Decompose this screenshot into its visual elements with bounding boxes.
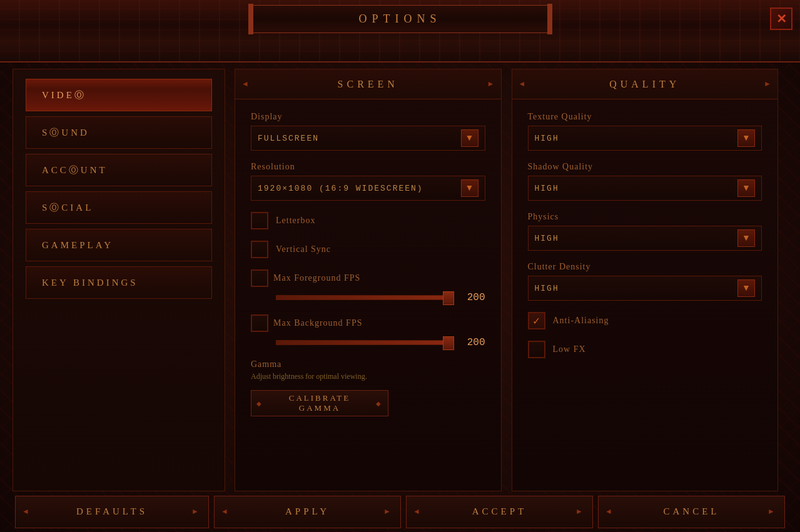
quality-panel-header: QUALITY [512, 69, 778, 99]
sidebar-item-account[interactable]: ACCⓄUNT [26, 154, 212, 186]
quality-panel-body: Texture Quality High ▼ Shadow Quality Hi… [512, 99, 778, 491]
texture-quality-arrow: ▼ [737, 129, 755, 147]
panel-area: SCREEN Display Fullscreen ▼ Resolution 1… [225, 69, 787, 491]
display-group: Display Fullscreen ▼ [251, 112, 485, 151]
max-bg-fps-slider-handle[interactable] [443, 336, 454, 350]
sidebar-item-social[interactable]: SⓄCIAL [26, 191, 212, 224]
max-bg-fps-label: Max Background FPS [273, 318, 362, 328]
low-fx-checkbox[interactable]: ✓ [528, 341, 545, 358]
low-fx-label: Low FX [553, 344, 586, 354]
physics-group: Physics High ▼ [528, 212, 762, 251]
max-bg-fps-value: 200 [460, 337, 485, 348]
anti-aliasing-group[interactable]: ✓ Anti-Aliasing [528, 312, 762, 329]
sidebar-item-keybindings[interactable]: KEY BINDINGS [26, 266, 212, 299]
shadow-quality-label: Shadow Quality [528, 162, 762, 172]
window-title: OPTIONS [358, 13, 441, 26]
cancel-button[interactable]: CANCEL [598, 496, 785, 528]
gamma-title: Gamma [251, 359, 485, 369]
sidebar-item-sound[interactable]: SⓄUND [26, 116, 212, 149]
resolution-dropdown-arrow: ▼ [461, 179, 478, 197]
sidebar-item-gameplay[interactable]: GAMEPLAY [26, 229, 212, 261]
vertical-sync-checkbox[interactable]: ✓ [251, 241, 268, 258]
clutter-density-label: Clutter Density [528, 262, 762, 272]
max-bg-fps-slider[interactable] [276, 340, 454, 345]
max-fg-fps-checkbox[interactable]: ✓ [251, 269, 268, 287]
vertical-sync-group[interactable]: ✓ Vertical Sync [251, 241, 485, 258]
vertical-sync-label: Vertical Sync [276, 244, 331, 254]
max-fg-fps-group: ✓ Max Foreground FPS 200 [251, 269, 485, 303]
shadow-quality-value: High [535, 184, 559, 193]
max-bg-fps-slider-fill [276, 341, 453, 344]
physics-dropdown[interactable]: High ▼ [528, 226, 762, 251]
physics-value: High [535, 234, 559, 243]
max-bg-fps-group: ✓ Max Background FPS 200 [251, 314, 485, 348]
texture-quality-dropdown[interactable]: High ▼ [528, 126, 762, 151]
apply-button[interactable]: APPLY [214, 496, 401, 528]
display-dropdown-arrow: ▼ [461, 129, 478, 147]
max-bg-fps-row: ✓ Max Background FPS [251, 314, 485, 332]
texture-quality-value: High [535, 134, 559, 143]
gamma-section: Gamma Adjust brightness for optimal view… [251, 359, 485, 416]
calibrate-gamma-button[interactable]: CALIBRATE GAMMA [251, 390, 388, 416]
max-fg-fps-row: ✓ Max Foreground FPS [251, 269, 485, 287]
screen-panel-title: SCREEN [338, 79, 398, 90]
texture-quality-label: Texture Quality [528, 112, 762, 122]
physics-label: Physics [528, 212, 762, 222]
physics-arrow: ▼ [737, 229, 755, 247]
quality-panel: QUALITY Texture Quality High ▼ Shadow Qu… [512, 69, 779, 491]
display-value: Fullscreen [258, 134, 319, 143]
sidebar: VIDEⓄ SⓄUND ACCⓄUNT SⓄCIAL GAMEPLAY KEY … [13, 69, 225, 491]
anti-aliasing-checkbox[interactable]: ✓ [528, 312, 545, 329]
max-fg-fps-slider[interactable] [276, 295, 454, 300]
clutter-density-group: Clutter Density High ▼ [528, 262, 762, 301]
display-label: Display [251, 112, 485, 122]
gamma-description: Adjust brightness for optimal viewing. [251, 372, 485, 381]
shadow-quality-group: Shadow Quality High ▼ [528, 162, 762, 201]
clutter-density-value: High [535, 284, 559, 293]
low-fx-group[interactable]: ✓ Low FX [528, 341, 762, 358]
resolution-value: 1920×1080 (16:9 Widescreen) [258, 184, 423, 193]
accept-button[interactable]: ACCEPT [406, 496, 593, 528]
anti-aliasing-label: Anti-Aliasing [553, 316, 609, 326]
shadow-quality-dropdown[interactable]: High ▼ [528, 176, 762, 201]
close-button[interactable]: ✕ [770, 8, 792, 30]
screen-panel-body: Display Fullscreen ▼ Resolution 1920×108… [235, 99, 501, 491]
sidebar-item-video[interactable]: VIDEⓄ [26, 79, 212, 111]
resolution-label: Resolution [251, 162, 485, 172]
top-bar: OPTIONS ✕ [0, 0, 800, 63]
max-fg-fps-slider-fill [276, 296, 453, 299]
quality-panel-title: QUALITY [609, 79, 680, 90]
display-dropdown[interactable]: Fullscreen ▼ [251, 126, 485, 151]
max-fg-fps-value: 200 [460, 292, 485, 303]
main-content: VIDEⓄ SⓄUND ACCⓄUNT SⓄCIAL GAMEPLAY KEY … [13, 69, 787, 491]
max-fg-fps-slider-handle[interactable] [443, 291, 454, 305]
max-fg-fps-label: Max Foreground FPS [273, 273, 360, 283]
resolution-dropdown[interactable]: 1920×1080 (16:9 Widescreen) ▼ [251, 176, 485, 201]
screen-panel-header: SCREEN [235, 69, 501, 99]
max-bg-fps-checkbox[interactable]: ✓ [251, 314, 268, 332]
clutter-density-dropdown[interactable]: High ▼ [528, 276, 762, 301]
bottom-bar: DEFAULTS APPLY ACCEPT CANCEL [13, 491, 787, 532]
letterbox-checkbox[interactable]: ✓ [251, 212, 268, 229]
title-bar: OPTIONS [250, 5, 550, 33]
screen-panel: SCREEN Display Fullscreen ▼ Resolution 1… [235, 69, 502, 491]
resolution-group: Resolution 1920×1080 (16:9 Widescreen) ▼ [251, 162, 485, 201]
texture-quality-group: Texture Quality High ▼ [528, 112, 762, 151]
shadow-quality-arrow: ▼ [737, 179, 755, 197]
defaults-button[interactable]: DEFAULTS [15, 496, 209, 528]
letterbox-label: Letterbox [276, 216, 315, 226]
letterbox-group[interactable]: ✓ Letterbox [251, 212, 485, 229]
anti-aliasing-check: ✓ [532, 315, 540, 327]
clutter-density-arrow: ▼ [737, 279, 755, 297]
